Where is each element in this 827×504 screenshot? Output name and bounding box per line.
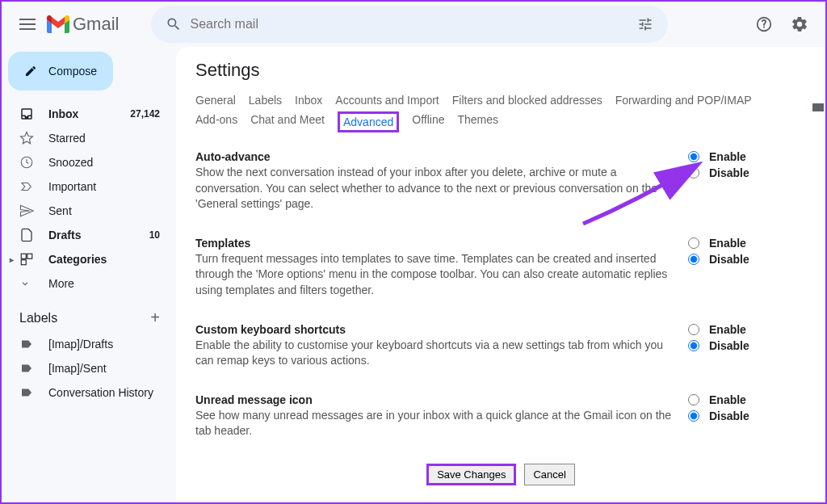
sidebar-nav: Inbox 27,142 Starred Snoozed Important S… (2, 102, 170, 296)
sidebar: Compose Inbox 27,142 Starred Snoozed Imp… (2, 47, 176, 502)
categories-icon (19, 252, 34, 267)
label-icon (19, 361, 34, 376)
svg-rect-1 (21, 254, 26, 258)
sidebar-item-inbox[interactable]: Inbox 27,142 (2, 102, 170, 126)
main-content: Settings General Labels Inbox Accounts a… (176, 47, 825, 502)
label-item[interactable]: [Imap]/Sent (2, 356, 170, 380)
tab-advanced[interactable]: Advanced (338, 111, 399, 132)
compose-label: Compose (48, 65, 97, 78)
label-item[interactable]: [Imap]/Drafts (2, 332, 170, 356)
tab-addons[interactable]: Add-ons (195, 111, 237, 132)
templates-enable[interactable]: Enable (688, 237, 801, 250)
shortcuts-enable[interactable]: Enable (688, 323, 801, 336)
tab-filters[interactable]: Filters and blocked addresses (452, 92, 602, 108)
sidebar-item-important[interactable]: Important (2, 174, 170, 199)
sidebar-item-starred[interactable]: Starred (2, 126, 170, 150)
action-buttons: Save Changes Cancel (176, 456, 825, 494)
setting-unread-icon: Unread message icon See how many unread … (176, 385, 825, 456)
svg-rect-2 (27, 254, 32, 258)
settings-button[interactable] (783, 8, 816, 40)
clock-icon (19, 155, 34, 170)
search-options-button[interactable] (629, 8, 661, 40)
main-menu-button[interactable] (11, 8, 44, 40)
pencil-icon (24, 63, 37, 79)
save-button[interactable]: Save Changes (426, 464, 516, 485)
unread-icon-enable[interactable]: Enable (688, 393, 801, 406)
star-icon (19, 131, 34, 145)
app-header: Gmail (2, 2, 825, 47)
label-icon (19, 385, 34, 400)
gmail-icon (47, 15, 69, 33)
settings-tabs: General Labels Inbox Accounts and Import… (176, 92, 825, 142)
auto-advance-enable[interactable]: Enable (688, 150, 801, 163)
page-title: Settings (176, 60, 825, 92)
tab-labels[interactable]: Labels (249, 92, 282, 108)
tune-icon (637, 16, 653, 32)
inbox-icon (19, 107, 34, 121)
shortcuts-disable[interactable]: Disable (688, 339, 801, 352)
tab-accounts[interactable]: Accounts and Import (335, 92, 439, 108)
send-icon (19, 204, 34, 218)
templates-disable[interactable]: Disable (688, 253, 801, 266)
tab-forwarding[interactable]: Forwarding and POP/IMAP (615, 92, 752, 108)
tab-general[interactable]: General (195, 92, 236, 108)
app-name: Gmail (73, 14, 119, 35)
cancel-button[interactable]: Cancel (524, 464, 574, 485)
compose-button[interactable]: Compose (8, 52, 113, 90)
sidebar-item-more[interactable]: More (2, 271, 170, 296)
auto-advance-disable[interactable]: Disable (688, 166, 801, 179)
setting-templates: Templates Turn frequent messages into te… (176, 229, 825, 315)
label-icon (19, 337, 34, 351)
search-icon (166, 16, 182, 32)
gmail-logo[interactable]: Gmail (47, 14, 119, 35)
important-icon (19, 179, 34, 194)
support-button[interactable] (748, 8, 780, 40)
tab-offline[interactable]: Offline (412, 111, 444, 132)
sidebar-item-drafts[interactable]: Drafts 10 (2, 223, 170, 247)
search-button[interactable] (157, 8, 190, 40)
sidebar-item-categories[interactable]: ▸ Categories (2, 247, 170, 271)
chevron-right-icon: ▸ (10, 255, 19, 264)
input-tools-indicator[interactable] (812, 103, 824, 111)
unread-icon-disable[interactable]: Disable (688, 410, 801, 422)
tab-themes[interactable]: Themes (458, 111, 499, 132)
gear-icon (791, 15, 808, 33)
sidebar-item-sent[interactable]: Sent (2, 199, 170, 223)
search-bar[interactable] (151, 6, 668, 43)
search-input[interactable] (190, 17, 629, 32)
add-label-button[interactable]: + (150, 309, 160, 327)
hamburger-icon (19, 19, 36, 30)
labels-list: [Imap]/Drafts [Imap]/Sent Conversation H… (2, 332, 170, 405)
chevron-down-icon (19, 278, 31, 289)
setting-keyboard-shortcuts: Custom keyboard shortcuts Enable the abi… (176, 315, 825, 385)
labels-section-header: Labels + (2, 296, 170, 332)
sidebar-item-snoozed[interactable]: Snoozed (2, 150, 170, 174)
tab-inbox[interactable]: Inbox (295, 92, 322, 108)
draft-icon (19, 228, 34, 242)
help-icon (755, 15, 773, 33)
setting-auto-advance: Auto-advance Show the next conversation … (176, 142, 825, 229)
tab-chat[interactable]: Chat and Meet (250, 111, 325, 132)
label-item[interactable]: Conversation History (2, 380, 170, 405)
svg-rect-3 (21, 260, 26, 265)
